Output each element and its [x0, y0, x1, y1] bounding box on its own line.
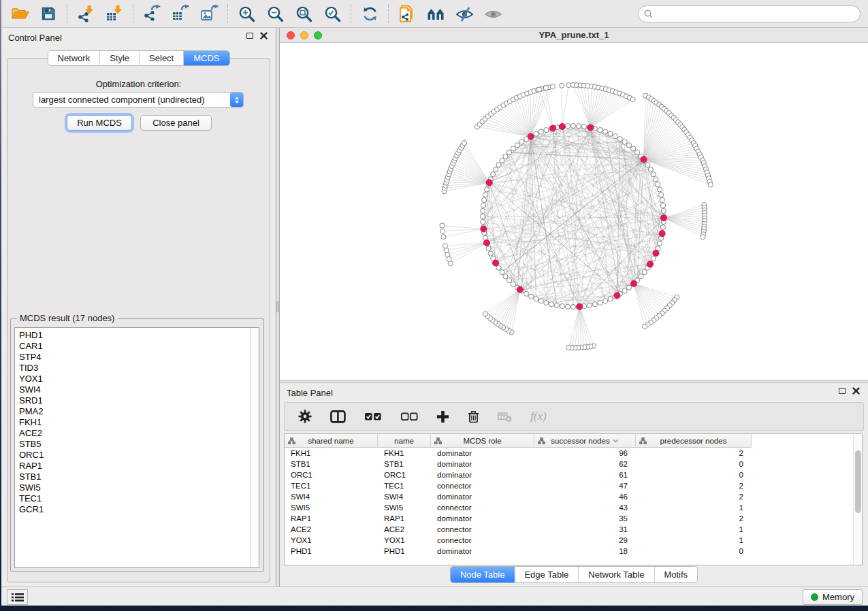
table-row[interactable]: SWI4SWI4dominator462	[285, 491, 862, 502]
table-cell-name: FKH1	[378, 448, 431, 459]
table-row[interactable]: YOX1YOX1connector291	[285, 535, 862, 546]
export-network-button[interactable]	[138, 2, 166, 25]
mcds-result-list[interactable]: PHD1CAR1STP4TID3YOX1SWI4SRD1PMA2FKH1ACE2…	[14, 327, 259, 568]
run-mcds-button[interactable]: Run MCDS	[67, 115, 132, 131]
network-title: YPA_prune.txt_1	[280, 30, 868, 40]
tab-motifs[interactable]: Motifs	[654, 567, 697, 582]
create-column-button[interactable]	[436, 410, 449, 423]
export-image-button[interactable]	[195, 2, 223, 25]
network-graph[interactable]	[280, 43, 868, 381]
mcds-result-item[interactable]: STB1	[15, 472, 259, 482]
tab-style[interactable]: Style	[99, 51, 139, 65]
list-scrollbar-track[interactable]	[250, 328, 259, 567]
splitter-grip[interactable]	[276, 301, 279, 312]
close-table-panel-icon[interactable]	[852, 387, 860, 395]
column-header-mcds-role[interactable]: MCDS role	[431, 434, 534, 448]
mcds-result-item[interactable]: CAR1	[15, 341, 259, 352]
network-canvas[interactable]	[280, 43, 868, 380]
mcds-result-item[interactable]: RAP1	[15, 461, 259, 472]
table-header-row: shared namenameMCDS rolesuccessor nodesp…	[285, 434, 862, 448]
close-panel-button[interactable]: Close panel	[140, 115, 212, 131]
float-table-panel-icon[interactable]	[839, 388, 846, 394]
close-panel-icon[interactable]	[260, 32, 268, 39]
hide-selected-button[interactable]	[450, 2, 479, 25]
save-icon	[40, 5, 57, 22]
column-header-label: MCDS role	[463, 437, 501, 445]
table-scrollbar-track[interactable]	[853, 435, 862, 565]
criterion-select[interactable]: largest connected component (undirected)	[33, 92, 244, 108]
memory-button[interactable]: Memory	[803, 589, 863, 605]
table-cell-successor-nodes: 62	[534, 459, 636, 469]
table-row[interactable]: SWI5SWI5connector431	[285, 502, 862, 513]
mcds-result-item[interactable]: GCR1	[15, 504, 259, 515]
first-neighbors-button[interactable]	[421, 2, 450, 25]
table-row[interactable]: RAP1RAP1dominator352	[285, 513, 862, 524]
new-network-from-selection-button[interactable]	[393, 2, 421, 25]
tab-network-table[interactable]: Network Table	[578, 567, 654, 582]
float-panel-icon[interactable]	[246, 33, 253, 39]
table-cell-name: ORC1	[378, 469, 431, 480]
zoom-selected-button[interactable]	[318, 2, 347, 25]
task-history-button[interactable]	[7, 589, 28, 605]
table-row[interactable]: ACE2ACE2connector311	[285, 524, 862, 535]
mcds-result-item[interactable]: TEC1	[15, 493, 259, 504]
table-row[interactable]: TEC1TEC1connector472	[285, 480, 862, 491]
column-header-predecessor-nodes[interactable]: predecessor nodes	[636, 434, 752, 448]
fx-icon: f(x)	[530, 410, 547, 423]
mcds-result-item[interactable]: SWI4	[15, 384, 259, 395]
mcds-result-item[interactable]: STB5	[15, 439, 259, 450]
tab-node-table[interactable]: Node Table	[451, 567, 515, 582]
column-header-label: predecessor nodes	[660, 437, 727, 445]
tab-select[interactable]: Select	[139, 51, 183, 65]
table-cell-predecessor-nodes: 1	[636, 524, 752, 535]
apply-layout-button[interactable]	[355, 2, 384, 25]
binoculars-icon	[427, 5, 445, 22]
column-header-shared-name[interactable]: shared name	[285, 434, 378, 448]
mcds-result-item[interactable]: FKH1	[15, 417, 259, 428]
column-header-successor-nodes[interactable]: successor nodes	[534, 434, 636, 448]
open-file-button[interactable]	[5, 2, 34, 25]
zoom-out-button[interactable]	[261, 2, 289, 25]
table-row[interactable]: STB1STB1dominator620	[285, 459, 862, 469]
table-row[interactable]: PHD1PHD1dominator180	[285, 546, 862, 557]
toggle-panel-layout-button[interactable]	[330, 410, 346, 423]
export-table-button[interactable]	[166, 2, 195, 25]
mcds-result-item[interactable]: TID3	[15, 363, 259, 374]
table-panel: Table Panel f(x) shared namenameMCDS rol…	[280, 382, 868, 587]
table-cell-predecessor-nodes: 2	[636, 491, 752, 502]
table-row[interactable]: ORC1ORC1dominator610	[285, 469, 862, 480]
show-graphics-details-button[interactable]	[479, 2, 507, 25]
table-body: FKH1FKH1dominator962STB1STB1dominator620…	[285, 448, 862, 557]
mcds-result-item[interactable]: STP4	[15, 352, 259, 363]
import-table-button[interactable]	[100, 2, 129, 25]
table-cell-shared-name: PHD1	[285, 546, 378, 557]
status-bar: Memory	[1, 587, 868, 606]
search-input[interactable]	[653, 9, 860, 19]
mcds-result-item[interactable]: SRD1	[15, 395, 259, 406]
tab-edge-table[interactable]: Edge Table	[514, 567, 578, 582]
mcds-result-item[interactable]: ORC1	[15, 450, 259, 461]
zoom-out-icon	[267, 5, 284, 22]
tab-mcds[interactable]: MCDS	[183, 51, 229, 65]
deselect-all-button[interactable]	[400, 411, 418, 422]
table-settings-button[interactable]	[298, 410, 312, 423]
column-header-name[interactable]: name	[378, 434, 431, 448]
zoom-fit-button[interactable]	[289, 2, 318, 25]
plus-icon	[436, 410, 449, 423]
mcds-tab-content: Optimization criterion: largest connecte…	[7, 58, 270, 582]
table-scrollbar-thumb[interactable]	[855, 450, 861, 513]
zoom-in-icon	[238, 5, 255, 22]
zoom-in-button[interactable]	[232, 2, 261, 25]
toolbar-icon-group	[5, 2, 507, 25]
mcds-result-item[interactable]: SWI5	[15, 482, 259, 493]
select-all-button[interactable]	[364, 411, 382, 422]
delete-columns-button[interactable]	[468, 410, 479, 423]
mcds-result-item[interactable]: ACE2	[15, 428, 259, 439]
table-row[interactable]: FKH1FKH1dominator962	[285, 448, 862, 459]
import-network-button[interactable]	[71, 2, 100, 25]
mcds-result-item[interactable]: YOX1	[15, 374, 259, 384]
save-session-button[interactable]	[34, 2, 63, 25]
tab-network[interactable]: Network	[48, 51, 99, 65]
mcds-result-item[interactable]: PMA2	[15, 406, 259, 417]
mcds-result-item[interactable]: PHD1	[15, 328, 259, 341]
